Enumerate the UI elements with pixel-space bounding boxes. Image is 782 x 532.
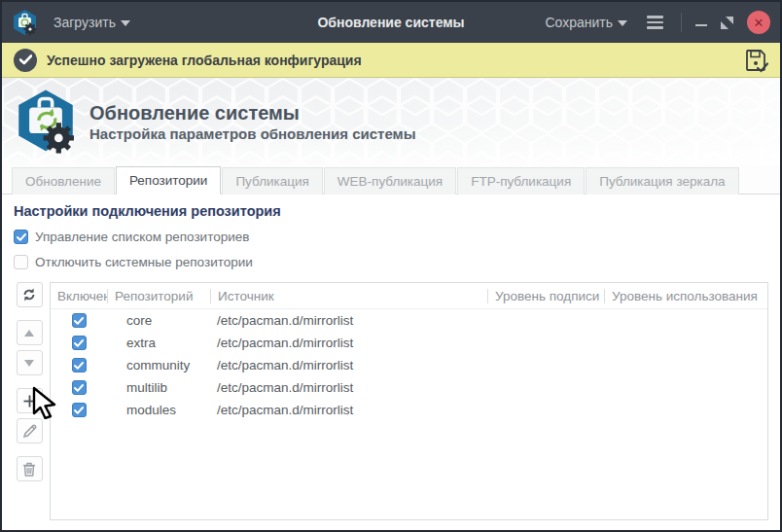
column-header-enabled[interactable]: Включен [51, 289, 107, 303]
move-up-button[interactable] [17, 320, 43, 345]
table-row[interactable]: community /etc/pacman.d/mirrorlist [51, 354, 767, 376]
chevron-down-icon [121, 20, 130, 26]
app-window: Загрузить Обновление системы Сохранить ✕… [0, 0, 782, 532]
repo-source: /etc/pacman.d/mirrorlist [210, 358, 487, 372]
edit-button[interactable] [17, 418, 43, 443]
checkbox-label: Управление списком репозиториев [35, 230, 249, 244]
row-enabled-checkbox[interactable] [72, 380, 87, 395]
move-up-icon [24, 330, 34, 337]
save-dropdown[interactable]: Сохранить [543, 11, 629, 34]
titlebar-separator [681, 13, 682, 32]
check-icon [74, 317, 84, 325]
check-icon [74, 362, 84, 370]
page-subtitle: Настройка параметров обновления системы [89, 125, 416, 142]
column-header-usage-level[interactable]: Уровень использования [604, 289, 767, 303]
repositories-table: Включен Репозиторий Источник Уровень под… [50, 282, 768, 520]
check-icon [74, 339, 84, 347]
refresh-button[interactable] [17, 282, 43, 307]
table-row[interactable]: core /etc/pacman.d/mirrorlist [51, 309, 767, 332]
checkbox-label: Отключить системные репозитории [35, 255, 253, 269]
delete-trash-icon [22, 462, 36, 477]
tab-ftp-публикация[interactable]: FTP-публикация [457, 167, 585, 195]
banner-message: Успешно загружена глобальная конфигураци… [47, 53, 362, 68]
add-icon [23, 395, 36, 408]
tab-публикация-зеркала[interactable]: Публикация зеркала [586, 167, 738, 195]
restore-button[interactable] [721, 17, 733, 29]
checkbox-row[interactable]: Управление списком репозиториев [14, 230, 768, 244]
row-enabled-checkbox[interactable] [72, 358, 87, 372]
repo-source: /etc/pacman.d/mirrorlist [210, 336, 487, 350]
refresh-icon [21, 287, 37, 302]
row-enabled-checkbox[interactable] [72, 313, 87, 328]
checkbox[interactable] [14, 255, 28, 269]
repo-name: core [107, 313, 210, 328]
status-banner: Успешно загружена глобальная конфигураци… [2, 43, 780, 78]
row-enabled-checkbox[interactable] [72, 336, 87, 350]
delete-button[interactable] [17, 456, 43, 481]
repo-name: extra [107, 336, 210, 350]
check-icon [74, 407, 84, 414]
table-row[interactable]: multilib /etc/pacman.d/mirrorlist [51, 376, 767, 399]
check-icon [17, 233, 26, 241]
save-dropdown-label: Сохранить [545, 15, 613, 30]
close-button[interactable]: ✕ [747, 11, 770, 34]
edit-pencil-icon [22, 424, 37, 439]
repo-source: /etc/pacman.d/mirrorlist [210, 313, 487, 328]
repo-source: /etc/pacman.d/mirrorlist [210, 403, 487, 417]
tab-web-публикация[interactable]: WEB-публикация [324, 167, 456, 195]
column-header-repository[interactable]: Репозиторий [107, 289, 210, 303]
move-down-button[interactable] [17, 350, 43, 375]
tab-репозитории[interactable]: Репозитории [116, 166, 221, 195]
table-row[interactable]: modules /etc/pacman.d/mirrorlist [51, 399, 767, 421]
page-title: Обновление системы [89, 101, 416, 125]
save-floppy-check-icon[interactable] [743, 48, 768, 73]
move-down-icon [24, 360, 34, 367]
add-button[interactable] [17, 388, 43, 413]
column-header-source[interactable]: Источник [210, 289, 487, 303]
tab-публикация[interactable]: Публикация [222, 167, 322, 195]
page-header: Обновление системы Настройка параметров … [2, 78, 780, 165]
titlebar: Загрузить Обновление системы Сохранить ✕ [2, 2, 780, 43]
check-icon [74, 384, 84, 392]
app-icon [12, 9, 38, 37]
tab-обновление[interactable]: Обновление [12, 167, 115, 195]
column-header-sign-level[interactable]: Уровень подписи [487, 289, 604, 303]
tab-content-repositories: Настройки подключения репозитория Управл… [2, 195, 780, 530]
repo-side-toolbar [14, 282, 45, 520]
tab-bar: ОбновлениеРепозиторииПубликацияWEB-публи… [2, 165, 780, 195]
menu-button[interactable] [643, 12, 667, 33]
section-title: Настройки подключения репозитория [14, 203, 768, 219]
repo-name: community [107, 358, 210, 372]
repo-name: modules [107, 403, 210, 417]
table-header-row: Включен Репозиторий Источник Уровень под… [51, 283, 767, 309]
checkbox[interactable] [14, 230, 28, 244]
load-dropdown-label: Загрузить [53, 15, 116, 30]
row-enabled-checkbox[interactable] [72, 403, 87, 417]
table-row[interactable]: extra /etc/pacman.d/mirrorlist [51, 332, 767, 354]
check-circle-icon [14, 49, 37, 72]
repo-source: /etc/pacman.d/mirrorlist [210, 380, 487, 395]
load-dropdown[interactable]: Загрузить [52, 11, 132, 34]
chevron-down-icon [618, 20, 627, 26]
repo-name: multilib [107, 380, 210, 395]
minimize-button[interactable] [695, 24, 707, 27]
checkbox-row[interactable]: Отключить системные репозитории [14, 255, 768, 269]
toolbox-update-hexagon-icon [14, 88, 78, 156]
